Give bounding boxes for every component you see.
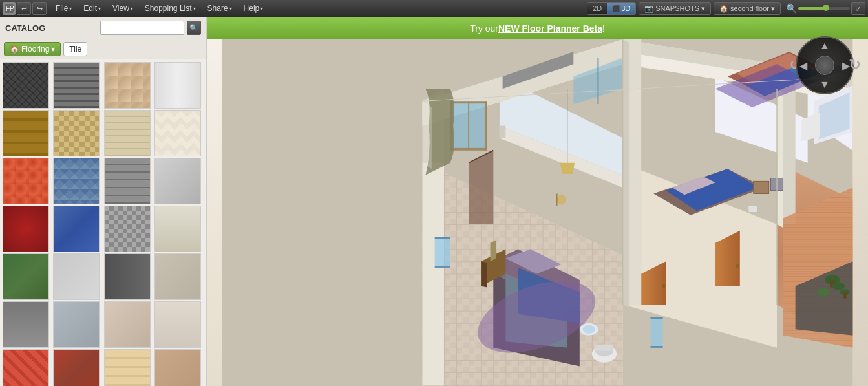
floor-selector-arrow: ▾ [771,5,775,13]
zoom-slider-thumb[interactable] [823,5,829,11]
snapshots-button[interactable]: 📷 SNAPSHOTS ▾ [639,2,711,15]
tile-item-28[interactable] [154,349,201,386]
rotate-right-button[interactable]: ↻ [849,57,860,74]
floor-plan-svg [207,39,868,386]
svg-marker-26 [777,89,783,228]
flooring-arrow: ▾ [51,45,55,54]
edit-menu-arrow: ▾ [98,6,101,12]
tile-item-4[interactable] [154,62,201,109]
tile-item-5[interactable] [3,110,49,156]
help-menu-arrow: ▾ [260,6,263,12]
tile-item-25[interactable] [3,349,49,386]
edit-menu[interactable]: Edit ▾ [78,0,106,17]
catalog-title: CATALOG [5,23,45,33]
3d-view-button[interactable]: ⬛ 3D [607,2,635,15]
file-menu[interactable]: File ▾ [50,0,77,17]
svg-rect-46 [435,266,450,268]
svg-point-69 [832,283,845,290]
tile-item-20[interactable] [154,253,201,300]
logo-area: FP ↩ ↪ [3,2,47,15]
tile-item-27[interactable] [104,349,151,386]
flooring-category-button[interactable]: 🏠 Flooring ▾ [4,42,61,56]
category-nav: 🏠 Flooring ▾ Tile [0,39,206,59]
menubar-right: 2D ⬛ 3D 📷 SNAPSHOTS ▾ 🏠 second floor ▾ 🔍… [587,2,865,15]
snapshots-arrow: ▾ [701,5,705,13]
tile-item-16[interactable] [154,206,201,252]
tile-item-14[interactable] [53,206,100,252]
tile-item-26[interactable] [53,349,100,386]
2d-view-button[interactable]: 2D [587,2,607,15]
tile-item-13[interactable] [3,206,49,252]
zoom-expand-button[interactable]: ⤢ [851,2,865,15]
tile-item-3[interactable] [104,62,151,109]
svg-rect-45 [435,237,450,239]
svg-marker-23 [500,126,506,138]
search-input[interactable] [100,21,184,35]
tile-item-19[interactable] [104,253,151,300]
svg-point-51 [583,325,595,334]
camera-icon: 📷 [644,5,653,13]
catalog-header: CATALOG 🔍 [0,17,206,39]
nav-up-button[interactable]: ▲ [820,40,830,52]
shopping-list-menu[interactable]: Shopping List ▾ [140,0,201,17]
tile-item-8[interactable] [154,110,201,156]
svg-rect-54 [651,346,663,348]
zoom-slider[interactable] [798,7,850,10]
svg-marker-41 [481,261,487,287]
tile-item-7[interactable] [104,110,151,156]
view-menu[interactable]: View ▾ [107,0,138,17]
right-area: Try our NEW Floor Planner Beta ! [207,17,868,386]
home-icon: 🏠 [10,45,19,54]
svg-marker-19 [423,163,444,386]
navigation-controls: ↺ ▲ ◀ ▶ ▼ ↻ [789,36,860,94]
svg-text:FP: FP [6,5,14,12]
svg-marker-85 [560,163,575,174]
undo-button[interactable]: ↩ [17,2,31,15]
file-menu-arrow: ▾ [69,6,72,12]
tile-item-12[interactable] [154,158,201,204]
svg-point-70 [817,288,829,296]
floor-plan-visual [207,39,868,386]
svg-rect-52 [651,317,663,348]
svg-rect-53 [651,317,663,319]
zoom-icon: 🔍 [786,3,797,14]
redo-button[interactable]: ↪ [32,2,47,15]
green-banner: Try our NEW Floor Planner Beta ! [207,17,868,39]
svg-point-56 [662,284,666,288]
tile-item-2[interactable] [53,62,100,109]
tile-item-11[interactable] [104,158,151,204]
search-button[interactable]: 🔍 [187,21,201,35]
nav-down-button[interactable]: ▼ [820,79,830,91]
tile-item-17[interactable] [3,253,49,300]
banner-link[interactable]: NEW Floor Planner Beta [498,23,602,34]
tile-item-21[interactable] [3,301,49,348]
svg-point-86 [556,195,566,204]
left-panel: CATALOG 🔍 🏠 Flooring ▾ Tile [0,17,207,386]
zoom-container: 🔍 ⤢ [786,2,865,15]
share-menu[interactable]: Share ▾ [202,0,237,17]
share-menu-arrow: ▾ [229,6,232,12]
tile-item-6[interactable] [53,110,100,156]
nav-left-button[interactable]: ◀ [799,59,807,72]
menubar: FP ↩ ↪ File ▾ Edit ▾ View ▾ Shopping Lis… [0,0,868,17]
tile-item-24[interactable] [154,301,201,348]
floor-selector[interactable]: 🏠 second floor ▾ [714,2,781,15]
navigation-dial: ▲ ◀ ▶ ▼ [796,36,854,94]
tile-item-18[interactable] [53,253,100,300]
svg-point-64 [736,264,739,268]
svg-rect-62 [748,206,757,213]
svg-marker-42 [491,240,497,261]
help-menu[interactable]: Help ▾ [238,0,269,17]
tile-item-10[interactable] [53,158,100,204]
tile-item-23[interactable] [104,301,151,348]
zoom-slider-fill [798,7,824,10]
tile-item-22[interactable] [53,301,100,348]
tile-item-15[interactable] [104,206,151,252]
3d-cube-icon: ⬛ [612,5,620,12]
tile-subcategory-button[interactable]: Tile [63,42,87,56]
tile-item-9[interactable] [3,158,49,204]
view-menu-arrow: ▾ [131,6,133,12]
svg-marker-90 [423,101,432,169]
tile-item-1[interactable] [3,62,49,109]
app-logo: FP [3,2,16,15]
